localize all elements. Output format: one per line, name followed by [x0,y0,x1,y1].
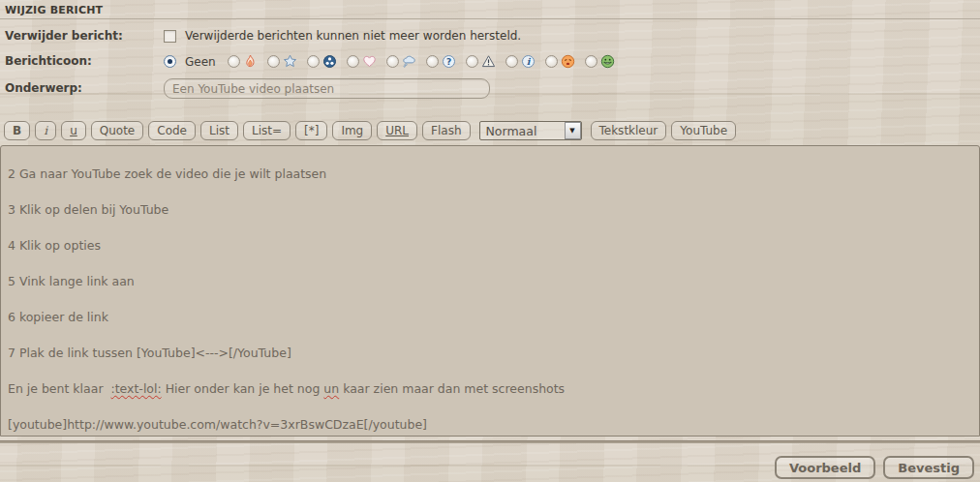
icon-option-info: i [505,54,536,69]
berichticoon-radio-mad[interactable] [545,55,558,68]
icon-none-label: Geen [185,55,216,69]
subject-input[interactable] [164,78,490,99]
bbcode-toolbar: BiuQuoteCodeListList=[*]ImgURLFlash Norm… [4,121,976,140]
editor-line: 7 Plak de link tussen [YouTube]<--->[/Yo… [8,345,971,363]
message-icon-row: Berichticoon: Geen ?i [0,51,980,75]
editor-text: 4 Klik op opties [8,238,101,253]
berichticoon-radio-warning[interactable] [466,55,478,68]
editor-line: 3 Klik op delen bij YouTube [8,201,971,220]
berichticoon-radio-heart[interactable] [347,55,359,68]
icon-option-mad [545,54,575,69]
editor-text: 2 Ga naar YouTube zoek de video die je w… [8,166,326,181]
grin-icon [600,54,615,69]
editor-text: 5 Vink lange link aan [8,274,135,288]
confirm-button[interactable]: Bevestig [883,456,974,479]
svg-text:?: ? [446,57,451,67]
editor-text: En je bent klaar [8,381,110,396]
star-icon [283,54,297,69]
delete-message-label: Verwijder bericht: [5,29,123,43]
icon-option-ball [307,54,337,69]
format-select[interactable]: Normaal ▼ [479,121,582,140]
cloud-icon [402,54,416,69]
toolbar-button-b[interactable]: B [4,121,30,140]
preview-button[interactable]: Voorbeeld [775,456,875,479]
icon-option-question: ? [426,54,456,69]
footer-buttons: Voorbeeld Bevestig [775,456,974,479]
toolbar-button-list[interactable]: List= [243,121,291,140]
editor-text: 3 Klik op delen bij YouTube [8,202,168,217]
icon-option-none: Geen [164,55,218,69]
toolbar-button-code[interactable]: Code [148,121,196,140]
berichticoon-radio-cloud[interactable] [386,55,399,68]
berichticoon-radio-geen[interactable] [164,55,176,68]
delete-message-checkbox[interactable] [164,30,176,43]
editor-text: 6 kopieer de link [8,310,108,324]
editor-text: [youtube]http://www.youtube.com/watch?v=… [8,417,427,432]
toolbar-button-u[interactable]: u [61,121,86,140]
format-select-value: Normaal [480,124,565,138]
subject-label: Onderwerp: [5,81,82,95]
toolbar-button-i[interactable]: i [35,121,56,140]
question-icon: ? [442,54,456,69]
berichticoon-radio-flame[interactable] [228,55,240,68]
misspelled-word: :text-lol: [110,381,161,396]
editor-text: Hier onder kan je het nog [162,381,324,396]
icon-option-grin [585,54,615,69]
icon-option-cloud [386,54,416,69]
toolbar-button-list[interactable]: List [200,121,238,140]
icon-option-heart [347,54,377,69]
message-icon-label: Berichticoon: [5,54,92,68]
mad-icon [561,54,575,69]
toolbar-button-quote[interactable]: Quote [91,121,143,140]
footer-divider [0,440,980,443]
message-editor[interactable]: 2 Ga naar YouTube zoek de video die je w… [0,145,980,437]
flame-icon [243,54,258,69]
editor-line: 5 Vink lange link aan [8,273,971,291]
toolbar-button-url[interactable]: URL [377,121,417,140]
editor-line: 2 Ga naar YouTube zoek de video die je w… [8,166,971,184]
toolbar-button-symbol[interactable]: [*] [295,121,327,140]
berichticoon-radio-info[interactable] [505,55,518,68]
misspelled-word: un [323,381,339,396]
berichticoon-radio-star[interactable] [267,55,280,68]
delete-message-help: Verwijderde berichten kunnen niet meer w… [185,29,521,43]
chevron-down-icon[interactable]: ▼ [565,122,581,139]
editor-line: [youtube]http://www.youtube.com/watch?v=… [8,416,971,435]
info-icon: i [521,54,536,69]
toolbar-button-tekstkleur[interactable]: Tekstkleur [591,121,667,140]
heart-icon [362,54,377,69]
editor-line: En je bent klaar :text-lol: Hier onder k… [8,380,971,399]
toolbar-button-flash[interactable]: Flash [422,121,470,140]
toolbar-button-img[interactable]: Img [332,121,372,140]
icon-option-star [267,54,297,69]
icon-option-warning [466,54,496,69]
toolbar-button-youtube[interactable]: YouTube [671,121,736,140]
warning-icon [481,54,496,69]
editor-text: 7 Plak de link tussen [YouTube]<--->[/Yo… [8,346,291,360]
page-title: WIJZIG BERICHT [0,0,980,19]
subject-row: Onderwerp: [0,77,980,106]
berichticoon-radio-question[interactable] [426,55,439,68]
icon-option-flame [228,54,258,69]
delete-message-row: Verwijder bericht: Verwijderde berichten… [0,27,980,50]
editor-text: kaar zien maar dan met screenshots [339,381,565,396]
editor-line: 4 Klik op opties [8,237,971,256]
berichticoon-radio-grin[interactable] [585,55,597,68]
berichticoon-radio-ball[interactable] [307,55,320,68]
editor-line: 6 kopieer de link [8,309,971,327]
ball-icon [322,54,337,69]
